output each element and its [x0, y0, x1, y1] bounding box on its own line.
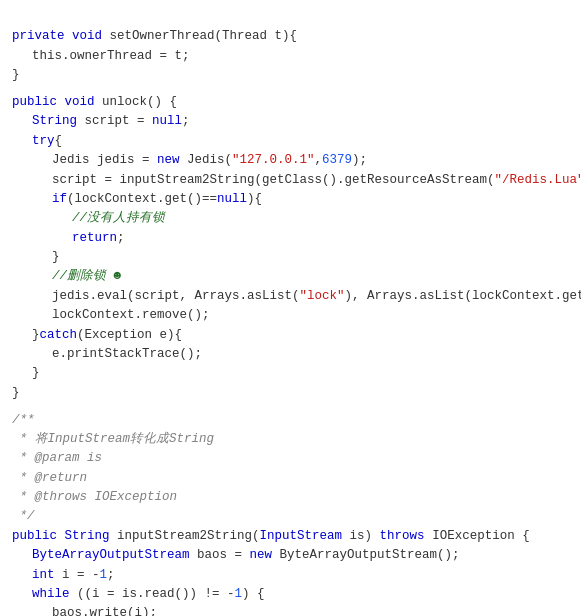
plain-token: script = [77, 114, 152, 128]
comment-block-token: * @return [12, 471, 87, 485]
plain-token: ((i = is.read()) != - [70, 587, 235, 601]
code-line: jedis.eval(script, Arrays.asList("lock")… [12, 287, 569, 306]
plain-token [65, 29, 73, 43]
code-line: } [12, 384, 569, 403]
code-line: /** [12, 411, 569, 430]
comment-block-token: * 将InputStream转化成String [12, 432, 214, 446]
plain-token: ) { [242, 587, 265, 601]
comment-token: //删除锁 ☻ [52, 269, 121, 283]
kw-token: void [72, 29, 102, 43]
plain-token: Jedis jedis = [52, 153, 157, 167]
plain-token: inputStream2String( [110, 529, 260, 543]
plain-token: ByteArrayOutputStream(); [272, 548, 460, 562]
plain-token: (Exception e){ [77, 328, 182, 342]
string-token: "127.0.0.1" [232, 153, 315, 167]
kw-token: null [152, 114, 182, 128]
code-line: } [12, 66, 569, 85]
code-line: ByteArrayOutputStream baos = new ByteArr… [12, 546, 569, 565]
plain-token: } [12, 68, 20, 82]
comment-block-token: * @param is [12, 451, 102, 465]
plain-token: setOwnerThread(Thread t){ [102, 29, 297, 43]
kw-token: throws [380, 529, 425, 543]
plain-token: is) [342, 529, 380, 543]
code-gap [12, 86, 569, 94]
code-line: if(lockContext.get()==null){ [12, 190, 569, 209]
kw-token: if [52, 192, 67, 206]
plain-token: , [315, 153, 323, 167]
code-line: * @throws IOException [12, 488, 569, 507]
plain-token: i = - [55, 568, 100, 582]
plain-token: ); [352, 153, 367, 167]
kw-token: null [217, 192, 247, 206]
code-line: }catch(Exception e){ [12, 326, 569, 345]
plain-token: script = inputStream2String(getClass().g… [52, 173, 495, 187]
code-line: int i = -1; [12, 566, 569, 585]
kw-token: new [250, 548, 273, 562]
code-line: String script = null; [12, 112, 569, 131]
plain-token: (lockContext.get()== [67, 192, 217, 206]
type-token: String [65, 529, 110, 543]
kw-token: return [72, 231, 117, 245]
code-line: */ [12, 507, 569, 526]
number-token: 6379 [322, 153, 352, 167]
kw-token: int [32, 568, 55, 582]
plain-token: unlock() { [95, 95, 178, 109]
plain-token: jedis.eval(script, Arrays.asList( [52, 289, 300, 303]
code-line: * @param is [12, 449, 569, 468]
plain-token: e.printStackTrace(); [52, 347, 202, 361]
kw-token: catch [40, 328, 78, 342]
kw-token: try [32, 134, 55, 148]
plain-token: ; [117, 231, 125, 245]
code-line: private void setOwnerThread(Thread t){ [12, 27, 569, 46]
plain-token: this.ownerThread = t; [32, 49, 190, 63]
plain-token: ; [107, 568, 115, 582]
code-gap [12, 403, 569, 411]
code-line: //删除锁 ☻ [12, 267, 569, 286]
plain-token: } [52, 250, 60, 264]
plain-token: IOException { [425, 529, 530, 543]
plain-token: } [12, 386, 20, 400]
kw-token: new [157, 153, 180, 167]
number-token: 1 [100, 568, 108, 582]
kw-token: void [65, 95, 95, 109]
plain-token: baos = [190, 548, 250, 562]
plain-token: baos.write(i); [52, 606, 157, 616]
number-token: 1 [235, 587, 243, 601]
comment-block-token: * @throws IOException [12, 490, 177, 504]
code-line: return; [12, 229, 569, 248]
plain-token: ){ [247, 192, 262, 206]
comment-token: //没有人持有锁 [72, 211, 165, 225]
string-token: "/Redis.Lua" [495, 173, 581, 187]
code-line: e.printStackTrace(); [12, 345, 569, 364]
kw-token: public [12, 95, 57, 109]
code-line: public void unlock() { [12, 93, 569, 112]
type-token: String [32, 114, 77, 128]
code-line: this.ownerThread = t; [12, 47, 569, 66]
type-token: InputStream [260, 529, 343, 543]
plain-token [57, 529, 65, 543]
string-token: "lock" [300, 289, 345, 303]
plain-token: { [55, 134, 63, 148]
code-line: script = inputStream2String(getClass().g… [12, 171, 569, 190]
code-line: } [12, 364, 569, 383]
code-line: } [12, 248, 569, 267]
kw-token: while [32, 587, 70, 601]
code-container: private void setOwnerThread(Thread t){th… [0, 8, 581, 616]
type-token: ByteArrayOutputStream [32, 548, 190, 562]
kw-token: private [12, 29, 65, 43]
plain-token: } [32, 366, 40, 380]
plain-token [57, 95, 65, 109]
comment-block-token: /** [12, 413, 35, 427]
code-line: baos.write(i); [12, 604, 569, 616]
plain-token: ), Arrays.asList(lockContext.get())); [345, 289, 581, 303]
code-line: lockContext.remove(); [12, 306, 569, 325]
plain-token: ; [182, 114, 190, 128]
code-line: public String inputStream2String(InputSt… [12, 527, 569, 546]
plain-token: lockContext.remove(); [52, 308, 210, 322]
code-line: while ((i = is.read()) != -1) { [12, 585, 569, 604]
code-line: * @return [12, 469, 569, 488]
comment-block-token: */ [12, 509, 35, 523]
plain-token: } [32, 328, 40, 342]
code-line: try{ [12, 132, 569, 151]
code-line: * 将InputStream转化成String [12, 430, 569, 449]
